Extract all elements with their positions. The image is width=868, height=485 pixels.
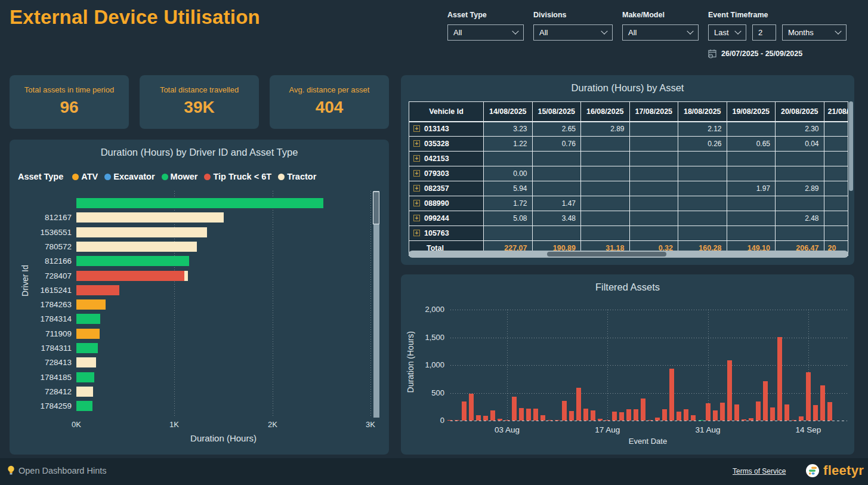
asset-type-dropdown[interactable]: All [447,24,524,41]
event-bar[interactable] [447,420,452,421]
kpi-avg-distance[interactable]: Avg. distance per asset 404 [270,75,389,129]
event-bar[interactable] [770,407,775,421]
event-bar[interactable] [540,415,545,421]
kpi-total-distance[interactable]: Total distance travelled 39K [140,75,259,129]
driver-bar-1784311[interactable] [76,343,98,353]
expand-row-icon[interactable]: + [413,185,420,191]
column-header-19-08-2025[interactable]: 19/08/2025 [727,102,776,122]
table-row-082357[interactable]: +0823575.941.972.89 [409,181,848,196]
driver-bar-812167[interactable] [76,212,224,223]
column-header-15-08-2025[interactable]: 15/08/2025 [532,102,581,122]
event-bar[interactable] [742,419,746,421]
event-bar[interactable] [483,416,488,421]
event-bar[interactable] [827,402,832,421]
event-bar[interactable] [512,397,517,421]
driver-bar-1784263[interactable] [76,299,106,310]
kpi-total-assets[interactable]: Total assets in time period 96 [10,75,129,129]
expand-row-icon[interactable]: + [413,215,420,221]
driver-bar-728413[interactable] [76,357,96,367]
event-bar[interactable] [662,409,667,421]
table-row-105763[interactable]: +105763 [409,226,848,241]
event-bar[interactable] [533,409,538,421]
column-header-14-08-2025[interactable]: 14/08/2025 [484,102,533,122]
table-row-013143[interactable]: +0131433.232.652.892.122.30 [409,122,848,137]
driver-bar-blank[interactable] [76,198,323,208]
event-bar[interactable] [583,409,588,421]
table-vscrollbar-thumb[interactable] [849,101,853,191]
driver-bar-728407[interactable] [184,271,188,281]
driver-bar-1784314[interactable] [76,314,100,324]
event-bar[interactable] [684,409,688,421]
driver-bar-1536551[interactable] [76,227,207,237]
driver-bar-812166[interactable] [76,256,189,266]
event-bar[interactable] [777,337,782,421]
event-bar[interactable] [591,410,595,421]
column-header-18-08-2025[interactable]: 18/08/2025 [678,102,727,122]
event-bar[interactable] [619,412,624,421]
driver-chart-scrollbar-thumb[interactable] [373,191,379,224]
event-bar[interactable] [813,405,818,421]
event-bar[interactable] [706,403,711,421]
table-row-079303[interactable]: +0793030.00 [409,166,848,181]
expand-row-icon[interactable]: + [413,125,420,132]
event-bar[interactable] [519,408,524,421]
event-bar[interactable] [727,360,732,421]
column-header-16-08-2025[interactable]: 16/08/2025 [581,102,630,122]
table-row-042153[interactable]: +042153 [409,152,848,166]
event-bar[interactable] [598,419,603,421]
event-bar[interactable] [548,420,552,421]
column-header-17-08-2025[interactable]: 17/08/2025 [629,102,678,122]
event-bar[interactable] [462,401,467,421]
event-bar[interactable] [576,388,581,421]
event-bar[interactable] [526,409,531,421]
divisions-dropdown[interactable]: All [533,24,613,41]
timeframe-unit-dropdown[interactable]: Months [782,24,847,41]
event-bar[interactable] [677,412,681,421]
event-bar[interactable] [820,385,825,421]
brand-logo[interactable]: fleetyr [805,463,864,478]
open-dashboard-hints-button[interactable]: Open Dashboard Hints [7,465,107,475]
event-bar[interactable] [792,420,796,421]
expand-row-icon[interactable]: + [413,170,420,177]
driver-bar-1615241[interactable] [76,285,119,295]
column-header-20-08-2025[interactable]: 20/08/2025 [776,102,824,122]
expand-row-icon[interactable]: + [413,230,420,236]
event-bar[interactable] [648,420,653,421]
table-hscrollbar-thumb[interactable] [547,252,666,257]
driver-bar-1784259[interactable] [76,401,92,411]
event-bar[interactable] [612,412,617,421]
event-bar[interactable] [799,416,804,421]
timeframe-mode-dropdown[interactable]: Last [708,24,746,41]
driver-bar-728407[interactable] [76,271,184,281]
event-bar[interactable] [784,404,789,421]
driver-bar-1784185[interactable] [76,372,94,382]
expand-row-icon[interactable]: + [413,155,420,162]
event-bar[interactable] [713,410,718,421]
event-bar[interactable] [720,403,725,421]
event-bar[interactable] [562,401,567,421]
make-model-dropdown[interactable]: All [622,24,699,41]
event-bar[interactable] [626,409,631,421]
table-row-035328[interactable]: +0353281.220.760.260.650.04 [409,137,848,152]
expand-row-icon[interactable]: + [413,200,420,206]
event-bar[interactable] [505,420,509,421]
table-row-088990[interactable]: +0889901.721.47 [409,196,848,211]
column-header-21-08-2025[interactable]: 21/08/2025 [824,102,848,122]
driver-bar-711909[interactable] [76,329,100,339]
event-bar[interactable] [734,404,739,421]
event-bar[interactable] [669,369,674,421]
event-bar[interactable] [569,411,574,421]
event-bar[interactable] [498,419,502,421]
driver-bar-728412[interactable] [76,387,93,397]
driver-bar-780572[interactable] [76,242,197,252]
event-bar[interactable] [806,372,811,421]
expand-row-icon[interactable]: + [413,140,420,147]
event-bar[interactable] [763,381,768,421]
event-bar[interactable] [756,401,761,421]
terms-of-service-link[interactable]: Terms of Service [733,467,786,475]
event-bar[interactable] [476,415,481,421]
column-header-vehicle-id[interactable]: Vehicle Id [409,102,484,122]
event-bar[interactable] [605,420,610,421]
event-bar[interactable] [699,420,703,421]
driver-chart-scrollbar[interactable] [373,191,379,418]
